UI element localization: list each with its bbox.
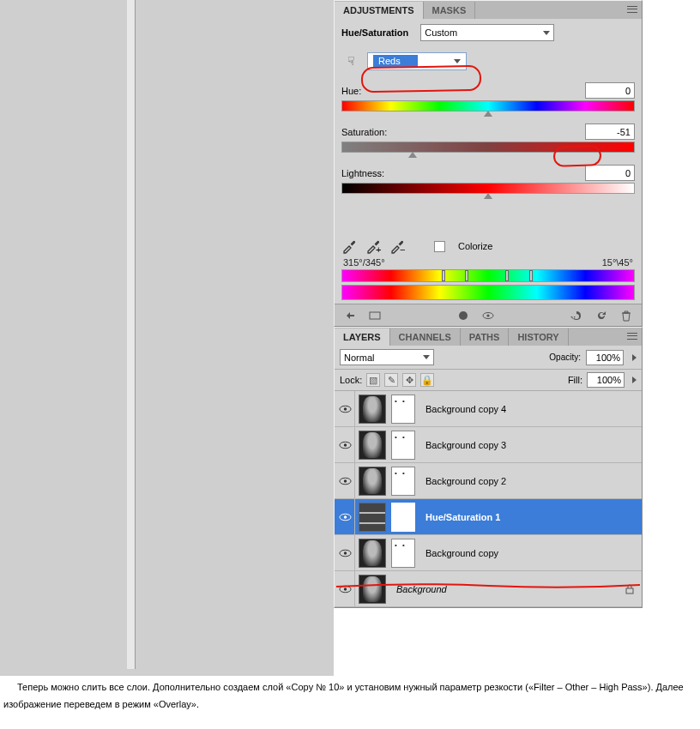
lock-transparent-icon[interactable]: ▧ [366, 373, 380, 387]
chevron-right-icon[interactable] [632, 354, 637, 361]
hue-slider[interactable] [341, 100, 635, 111]
layer-thumbnail[interactable] [359, 575, 386, 604]
layer-row[interactable]: Background [335, 571, 642, 607]
layers-tabbar: LAYERS CHANNELS PATHS HISTORY [335, 328, 642, 346]
visibility-toggle[interactable] [336, 427, 355, 462]
layer-mask-thumbnail[interactable]: • • [391, 467, 415, 496]
layer-name[interactable]: Background copy 4 [425, 404, 506, 414]
layer-row[interactable]: • • Background copy [335, 535, 642, 571]
layer-name[interactable]: Background [396, 584, 447, 594]
layer-mask-thumbnail[interactable]: • • [391, 431, 415, 460]
adjustment-layer-thumbnail[interactable] [359, 503, 386, 532]
layer-name[interactable]: Background copy 2 [425, 476, 506, 486]
layer-mask-thumbnail[interactable]: • • [391, 539, 415, 568]
saturation-slider[interactable] [341, 142, 635, 153]
tab-paths[interactable]: PATHS [461, 328, 510, 346]
chevron-right-icon[interactable] [632, 377, 637, 383]
spectrum-bar [341, 285, 635, 300]
svg-point-3 [459, 311, 468, 320]
toggle-visibility-icon[interactable] [480, 308, 497, 323]
panel-divider-handle[interactable] [127, 0, 136, 669]
fill-input[interactable]: 100% [587, 372, 625, 388]
layer-name[interactable]: Background copy 3 [425, 440, 506, 450]
eyedropper-subtract-icon[interactable]: − [389, 238, 405, 254]
tab-history[interactable]: HISTORY [509, 328, 568, 346]
layer-mask-thumbnail[interactable]: • • [391, 395, 415, 424]
layer-name[interactable]: Hue/Saturation 1 [425, 512, 500, 522]
lock-icon [625, 584, 635, 594]
visibility-toggle[interactable] [336, 391, 355, 426]
layer-row-selected[interactable]: Hue/Saturation 1 [335, 499, 642, 535]
lock-all-icon[interactable]: 🔒 [420, 373, 434, 387]
slider-thumb-icon[interactable] [484, 111, 492, 117]
preset-value: Custom [425, 27, 457, 38]
tab-adjustments[interactable]: ADJUSTMENTS [335, 2, 424, 19]
chevron-down-icon [454, 59, 461, 63]
lightness-input[interactable] [585, 165, 635, 181]
channel-value: Reds [373, 55, 418, 67]
eyedropper-add-icon[interactable]: + [365, 238, 381, 254]
lock-position-icon[interactable]: ✥ [402, 373, 416, 387]
range-left-label: 315°/345° [343, 257, 385, 268]
lightness-label: Lightness: [341, 168, 384, 178]
saturation-input[interactable] [585, 124, 635, 140]
adjustments-footer [335, 304, 642, 326]
layer-thumbnail[interactable] [359, 395, 386, 424]
svg-point-9 [344, 443, 347, 446]
hue-label: Hue: [341, 86, 361, 96]
targeted-adjustment-tool-icon[interactable]: ☟ [341, 51, 360, 70]
visibility-toggle[interactable] [336, 535, 355, 570]
adjustments-tabbar: ADJUSTMENTS MASKS [335, 1, 642, 19]
previous-state-icon[interactable] [568, 308, 585, 323]
layer-row[interactable]: • • Background copy 4 [335, 391, 642, 427]
tab-channels[interactable]: CHANNELS [390, 328, 461, 346]
trash-icon[interactable] [618, 308, 635, 323]
layer-thumbnail[interactable] [359, 539, 386, 568]
expand-view-icon[interactable] [366, 308, 383, 323]
svg-rect-2 [370, 312, 380, 319]
tab-masks[interactable]: MASKS [424, 2, 476, 19]
visibility-toggle[interactable] [336, 463, 355, 498]
opacity-input[interactable]: 100% [586, 350, 624, 365]
lightness-slider[interactable] [341, 183, 635, 194]
visibility-toggle[interactable] [336, 571, 355, 606]
clip-to-layer-icon[interactable] [455, 308, 472, 323]
preset-dropdown[interactable]: Custom [420, 24, 554, 41]
slider-thumb-icon[interactable] [408, 152, 417, 158]
chevron-down-icon [543, 31, 550, 35]
layer-row[interactable]: • • Background copy 3 [335, 427, 642, 463]
slider-thumb-icon[interactable] [484, 193, 492, 199]
svg-point-7 [344, 407, 347, 410]
return-to-list-icon[interactable] [341, 308, 359, 323]
svg-point-17 [344, 587, 347, 590]
layer-thumbnail[interactable] [359, 431, 386, 460]
lock-row: Lock: ▧ ✎ ✥ 🔒 Fill: 100% [335, 370, 642, 391]
layer-name[interactable]: Background copy [425, 548, 498, 558]
channel-dropdown[interactable]: Reds [367, 52, 467, 70]
panel-menu-icon[interactable] [625, 3, 639, 15]
chevron-down-icon [423, 355, 430, 359]
range-right-label: 15°\45° [602, 257, 633, 268]
layer-controls-row: Normal Opacity: 100% [335, 346, 642, 370]
tab-layers[interactable]: LAYERS [335, 328, 390, 346]
hue-input[interactable] [585, 82, 635, 99]
visibility-toggle[interactable] [336, 499, 355, 534]
panel-menu-icon[interactable] [625, 330, 639, 342]
blend-mode-dropdown[interactable]: Normal [340, 349, 434, 365]
svg-point-5 [486, 314, 489, 316]
colorize-checkbox[interactable] [434, 241, 445, 252]
layer-mask-thumbnail[interactable] [391, 503, 415, 532]
layer-row[interactable]: • • Background copy 2 [335, 463, 642, 499]
layer-list: • • Background copy 4 • • Background cop… [335, 391, 642, 607]
svg-rect-18 [626, 588, 633, 593]
document-text: Теперь можно слить все слои. Дополнитель… [0, 678, 700, 712]
svg-text:+: + [376, 244, 381, 254]
opacity-label: Opacity: [549, 352, 581, 362]
lock-image-icon[interactable]: ✎ [384, 373, 398, 387]
layer-thumbnail[interactable] [359, 467, 386, 496]
eyedropper-icon[interactable] [341, 238, 357, 254]
lock-label: Lock: [340, 375, 362, 385]
color-range-slider[interactable] [341, 269, 635, 282]
reset-icon[interactable] [593, 308, 610, 323]
svg-point-11 [344, 479, 347, 482]
